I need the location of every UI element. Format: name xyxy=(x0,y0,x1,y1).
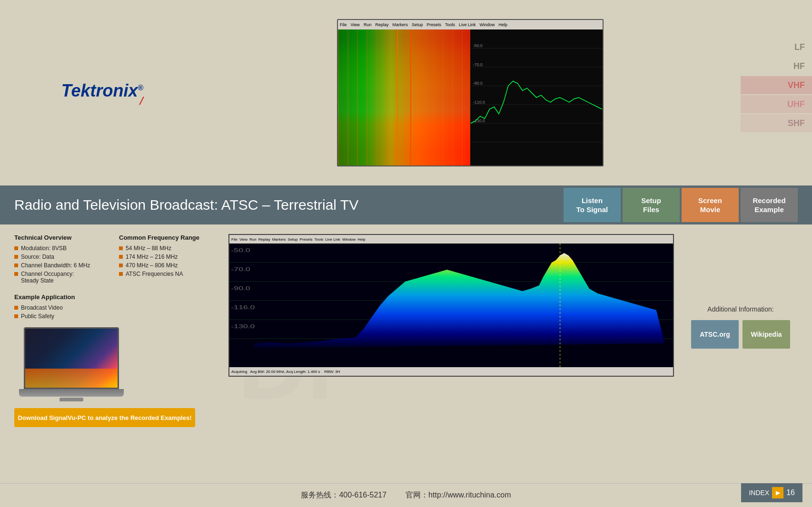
bottom-right-panel: Additional Information: ATSC.org Wikiped… xyxy=(683,234,798,497)
index-button[interactable]: INDEX ▶ 16 xyxy=(741,483,802,502)
tech-item-modulation: Modulation: 8VSB xyxy=(14,245,105,252)
info-buttons: ATSC.org Wikipedia xyxy=(691,320,790,349)
spectrogram-lines xyxy=(338,29,470,166)
svg-text:-50.0: -50.0 xyxy=(231,248,250,253)
freq-band-shf: SHF xyxy=(741,114,812,132)
freq-item-3: 470 MHz – 806 MHz xyxy=(119,262,219,269)
index-arrow: ▶ xyxy=(772,487,783,498)
svg-text:-130.0: -130.0 xyxy=(231,324,255,329)
download-button[interactable]: Download SignalVu-PC to analyze the Reco… xyxy=(14,408,195,427)
freq-item-2: 174 MHz – 216 MHz xyxy=(119,254,219,260)
technical-overview-col: Technical Overview Modulation: 8VSB Sour… xyxy=(14,234,105,286)
freq-band-hf: HF xyxy=(741,57,812,75)
technical-overview-title: Technical Overview xyxy=(14,234,105,241)
laptop-container xyxy=(14,327,129,403)
recorded-toolbar: File View Run Replay Markers Setup Prese… xyxy=(229,235,673,244)
listen-to-signal-button[interactable]: ListenTo Signal xyxy=(564,188,621,222)
recorded-body: -50.0 -70.0 -90.0 -116.0 -130.0 xyxy=(229,244,673,367)
top-section: Di Tektronix® ╱ File View Run Replay Mar… xyxy=(0,0,812,185)
tech-item-bandwidth: Channel Bandwidth: 6 MHz xyxy=(14,262,105,269)
top-screenshot-area: File View Run Replay Markers Setup Prese… xyxy=(205,0,741,185)
bottom-spectrogram: -50.0 -70.0 -90.0 -116.0 -130.0 xyxy=(229,244,673,367)
bullet-icon xyxy=(119,263,123,267)
svg-text:-116.0: -116.0 xyxy=(231,305,255,310)
screen-movie-button[interactable]: ScreenMovie xyxy=(682,188,739,222)
freq-band-lf: LF xyxy=(741,38,812,56)
banner: Radio and Television Broadcast: ATSC – T… xyxy=(0,185,812,224)
svg-text:-70.0: -70.0 xyxy=(473,62,483,67)
bottom-section: Di Technical Overview Modulation: 8VSB S… xyxy=(0,224,812,507)
info-columns: Technical Overview Modulation: 8VSB Sour… xyxy=(14,234,219,286)
bullet-icon xyxy=(119,246,123,250)
app-item-broadcast: Broadcast Video xyxy=(14,304,219,311)
svg-text:-90.0: -90.0 xyxy=(473,81,483,86)
recorded-example-button[interactable]: RecordedExample xyxy=(741,188,798,222)
logo-area: Tektronix® ╱ xyxy=(0,0,205,185)
laptop-base xyxy=(19,389,124,397)
frequency-bands-sidebar: LF HF VHF UHF SHF xyxy=(741,0,812,185)
freq-item-1: 54 MHz – 88 MHz xyxy=(119,245,219,252)
recorded-statusbar: Acquiring Avg BW: 20.00 MHz, Acq Length:… xyxy=(229,367,673,376)
atsc-button[interactable]: ATSC.org xyxy=(691,320,739,349)
svg-text:-110.0: -110.0 xyxy=(473,100,485,105)
spectrum-panel: -50.0 -70.0 -90.0 -110.0 -130.0 xyxy=(470,29,603,166)
svg-text:-70.0: -70.0 xyxy=(231,267,250,272)
page-number: 16 xyxy=(786,488,795,497)
bottom-left-panel: Technical Overview Modulation: 8VSB Sour… xyxy=(14,234,219,497)
top-screenshot: File View Run Replay Markers Setup Prese… xyxy=(337,19,604,166)
recorded-screenshot: File View Run Replay Markers Setup Prese… xyxy=(228,234,674,377)
example-app-title: Example Application xyxy=(14,293,219,301)
laptop-screen xyxy=(24,327,119,389)
freq-band-uhf: UHF xyxy=(741,95,812,113)
bullet-icon xyxy=(119,272,123,276)
svg-text:-90.0: -90.0 xyxy=(231,286,250,291)
bullet-icon xyxy=(14,306,18,310)
tektronix-logo: Tektronix® ╱ xyxy=(61,81,144,105)
bullet-icon xyxy=(14,314,18,318)
footer-phone: 服务热线：400-616-5217 xyxy=(301,490,386,500)
bullet-icon xyxy=(14,246,18,250)
banner-buttons: ListenTo Signal SetupFiles ScreenMovie R… xyxy=(564,188,798,222)
bullet-icon xyxy=(14,272,18,276)
freq-item-4: ATSC Frequencies NA xyxy=(119,271,219,277)
bullet-icon xyxy=(119,255,123,259)
app-item-public-safety: Public Safety xyxy=(14,313,219,320)
footer-website: 官网：http://www.rituchina.com xyxy=(406,490,511,500)
wikipedia-button[interactable]: Wikipedia xyxy=(743,320,790,349)
frequency-range-title: Common Frequency Range xyxy=(119,234,219,241)
logo-registered: ® xyxy=(138,84,143,92)
setup-files-button[interactable]: SetupFiles xyxy=(623,188,680,222)
logo-text: Tektronix xyxy=(61,81,138,100)
spectrogram-panel xyxy=(338,29,470,166)
banner-title: Radio and Television Broadcast: ATSC – T… xyxy=(14,197,564,213)
spectrum-svg: -50.0 -70.0 -90.0 -110.0 -130.0 xyxy=(470,29,603,166)
example-application: Example Application Broadcast Video Publ… xyxy=(14,293,219,320)
bullet-icon xyxy=(14,263,18,267)
bullet-icon xyxy=(14,255,18,259)
laptop-screen-content xyxy=(25,369,118,388)
bottom-center-panel: File View Run Replay Markers Setup Prese… xyxy=(228,234,674,497)
screenshot-body: -50.0 -70.0 -90.0 -110.0 -130.0 xyxy=(338,29,603,166)
tech-item-occupancy: Channel Occupancy:Steady State xyxy=(14,271,105,284)
tech-item-source: Source: Data xyxy=(14,254,105,260)
index-label: INDEX xyxy=(749,489,769,497)
laptop-touchpad xyxy=(59,398,83,401)
spectrogram-svg: -50.0 -70.0 -90.0 -116.0 -130.0 xyxy=(229,244,673,367)
frequency-range-col: Common Frequency Range 54 MHz – 88 MHz 1… xyxy=(119,234,219,286)
freq-band-vhf: VHF xyxy=(741,76,812,94)
svg-text:-130.0: -130.0 xyxy=(473,118,485,123)
additional-info-label: Additional Information: xyxy=(707,305,773,313)
svg-text:-50.0: -50.0 xyxy=(473,43,483,48)
footer: 服务热线：400-616-5217 官网：http://www.rituchin… xyxy=(0,483,812,507)
screenshot-toolbar: File View Run Replay Markers Setup Prese… xyxy=(338,20,603,29)
